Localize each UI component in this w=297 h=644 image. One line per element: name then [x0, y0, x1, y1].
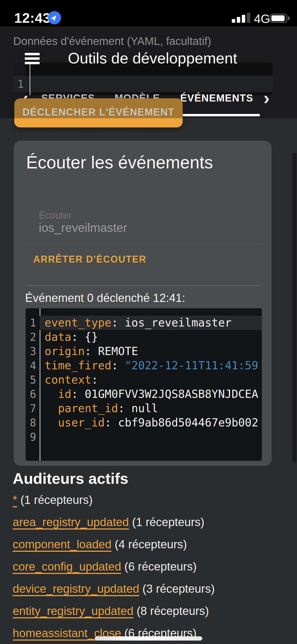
- yaml-line: 3origin: REMOTE: [26, 344, 262, 358]
- listen-input-underline: [25, 244, 262, 244]
- listener-count: (1 récepteurs): [132, 516, 204, 528]
- network-type-label: 4G: [254, 12, 270, 26]
- event-link-entity_registry_updated[interactable]: entity_registry_updated: [13, 604, 133, 617]
- editor-cursor: [30, 64, 30, 95]
- listener-count: (8 récepteurs): [136, 604, 209, 617]
- yaml-line: 2data: {}: [26, 330, 262, 344]
- stop-listening-button[interactable]: ARRÊTER D'ÉCOUTER: [33, 254, 147, 265]
- active-tab-underline: [171, 114, 260, 116]
- yaml-line: 1event_type: ios_reveilmaster: [26, 316, 262, 330]
- listen-input-field[interactable]: ios_reveilmaster: [39, 220, 127, 235]
- event-data-yaml-label: Données d'événement (YAML, facultatif): [13, 35, 211, 48]
- yaml-editor[interactable]: 1: [13, 63, 272, 95]
- battery-icon: [270, 14, 287, 23]
- status-time: 12:43: [14, 10, 51, 26]
- battery-tip: [288, 16, 290, 20]
- fire-event-button[interactable]: DÉCLENCHER L'ÉVÉNEMENT: [14, 98, 183, 127]
- listen-events-card: Écouter les événements Écouter ios_revei…: [14, 141, 272, 466]
- ios-status-bar: 12:43 4G: [0, 0, 297, 26]
- listener-count: (1 récepteurs): [20, 493, 93, 506]
- listener-row: component_loaded(4 récepteurs): [13, 538, 187, 551]
- editor-active-line: [13, 76, 272, 92]
- listener-count: (3 récepteurs): [142, 582, 215, 595]
- hamburger-icon: [25, 53, 40, 55]
- active-listeners-heading: Auditeurs actifs: [13, 470, 128, 487]
- tabs-scroll-right-button[interactable]: ›: [263, 89, 270, 107]
- location-services-icon: [48, 11, 61, 24]
- listener-row: device_registry_updated(3 récepteurs): [13, 582, 215, 595]
- event-link-*[interactable]: *: [13, 493, 17, 506]
- fired-event-header: Événement 0 déclenché 12:41:: [25, 291, 185, 305]
- yaml-line: 5context:: [26, 373, 262, 387]
- scrollbar-thumb[interactable]: [292, 153, 296, 463]
- listener-row: entity_registry_updated(8 récepteurs): [13, 604, 209, 618]
- menu-button[interactable]: [25, 53, 40, 65]
- listener-row: core_config_updated(6 récepteurs): [13, 560, 197, 573]
- event-link-core_config_updated[interactable]: core_config_updated: [13, 560, 121, 573]
- page-title: Outils de développement: [68, 49, 237, 67]
- card-title: Écouter les événements: [26, 152, 213, 172]
- listen-input-label: Écouter: [39, 210, 72, 221]
- tab-événements[interactable]: ÉVÉNEMENTS: [175, 93, 259, 104]
- fire-event-button-label: DÉCLENCHER L'ÉVÉNEMENT: [22, 107, 175, 118]
- cellular-signal-icon: [232, 13, 251, 23]
- listener-count: (4 récepteurs): [115, 538, 187, 551]
- event-link-component_loaded[interactable]: component_loaded: [13, 538, 111, 551]
- listener-row: area_registry_updated(1 récepteurs): [13, 516, 204, 529]
- listener-row: *(1 récepteurs): [13, 493, 93, 507]
- yaml-line: 6 id: 01GM0FVV3W2JQS8ASB8YNJDCEA: [26, 387, 262, 401]
- app-screen: 12:43 4G Données d'événement (YAML, facu…: [0, 0, 297, 644]
- yaml-line: 4time_fired: "2022-12-11T11:41:59: [26, 358, 262, 373]
- event-link-device_registry_updated[interactable]: device_registry_updated: [13, 582, 139, 595]
- card-divider: [25, 286, 262, 286]
- listener-count: (6 récepteurs): [124, 560, 197, 573]
- yaml-line: 7 parent_id: null: [26, 401, 262, 416]
- event-yaml-viewer[interactable]: 1event_type: ios_reveilmaster2data: {}3o…: [26, 308, 262, 461]
- home-indicator[interactable]: [95, 636, 202, 641]
- yaml-line: 8 user_id: cbf9ab86d504467e9b002: [26, 416, 262, 430]
- yaml-line: 9: [26, 430, 262, 444]
- event-link-area_registry_updated[interactable]: area_registry_updated: [13, 516, 129, 528]
